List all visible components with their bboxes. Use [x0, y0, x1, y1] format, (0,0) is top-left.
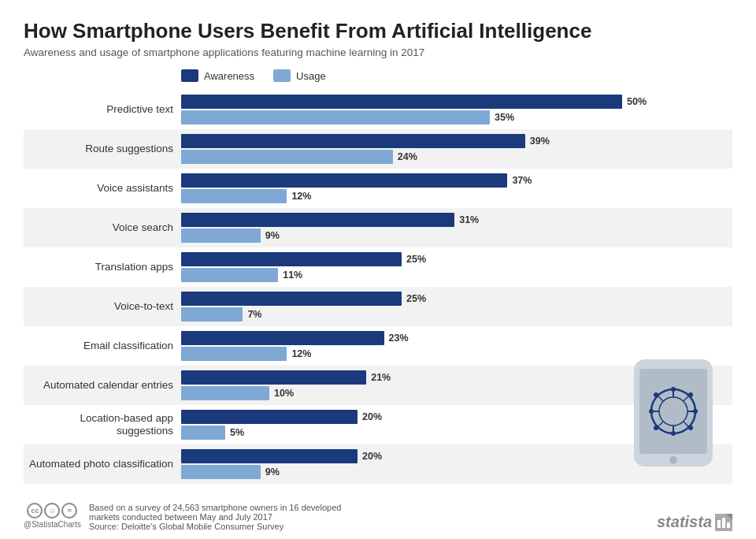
row-label: Predictive text	[24, 103, 181, 116]
row-label: Voice search	[24, 221, 181, 234]
awareness-value: 20%	[362, 411, 382, 422]
svg-point-18	[654, 426, 658, 430]
svg-point-15	[671, 431, 676, 436]
usage-bar-wrap: 9%	[181, 229, 732, 243]
svg-rect-24	[722, 518, 725, 528]
statista-icon	[715, 514, 732, 531]
awareness-value: 21%	[371, 372, 391, 383]
bar-row: Voice search31%9%	[24, 208, 732, 247]
svg-point-12	[649, 409, 654, 414]
chart-area: Predictive text50%35%Route suggestions39…	[24, 90, 732, 484]
awareness-bar-wrap: 25%	[181, 252, 732, 266]
usage-value: 5%	[230, 427, 244, 438]
bar-row: Automated calendar entries21%10%	[24, 366, 732, 405]
legend-usage-label: Usage	[296, 70, 326, 82]
footer-left: cc ☺ = @StatistaCharts Based on a survey…	[24, 503, 341, 531]
awareness-bar	[181, 370, 366, 385]
cc-icon: cc	[27, 503, 43, 519]
awareness-bar	[181, 449, 358, 463]
usage-value: 11%	[283, 270, 302, 281]
chart-title: How Smartphone Users Benefit From Artifi…	[24, 19, 732, 43]
row-label: Email classification	[24, 340, 181, 352]
svg-point-17	[688, 392, 693, 397]
bar-row: Voice-to-text25%7%	[24, 287, 732, 326]
bar-row: Automated photo classification20%9%	[24, 444, 732, 484]
svg-point-14	[671, 387, 676, 392]
usage-bar-wrap: 12%	[181, 189, 732, 203]
svg-rect-23	[717, 520, 721, 528]
awareness-bar	[181, 173, 507, 188]
usage-value: 24%	[398, 151, 417, 162]
svg-point-13	[693, 409, 698, 414]
bars-group: 37%12%	[181, 170, 732, 206]
bar-row: Voice assistants37%12%	[24, 169, 732, 208]
bars-group: 31%9%	[181, 210, 732, 246]
row-label: Translation apps	[24, 261, 181, 273]
awareness-value: 37%	[512, 175, 532, 186]
legend-usage: Usage	[273, 69, 326, 82]
chart-subtitle: Awareness and usage of smartphone applic…	[24, 46, 732, 58]
awareness-value: 50%	[627, 96, 647, 107]
person-icon: ☺	[44, 503, 60, 519]
row-label: Automated calendar entries	[24, 379, 181, 392]
usage-value: 12%	[291, 348, 311, 359]
svg-point-20	[669, 456, 677, 464]
usage-bar	[181, 110, 490, 125]
usage-value: 10%	[274, 388, 294, 399]
phone-graphic	[630, 358, 717, 468]
bar-row: Email classification23%12%	[24, 326, 732, 366]
row-label: Route suggestions	[24, 143, 181, 155]
awareness-bar-wrap: 39%	[181, 134, 732, 148]
usage-value: 9%	[265, 467, 280, 478]
usage-bar	[181, 465, 261, 479]
legend-awareness: Awareness	[181, 69, 254, 82]
row-label: Automated photo classification	[24, 458, 181, 470]
usage-bar	[181, 189, 287, 203]
usage-bar	[181, 268, 278, 282]
legend-awareness-box	[181, 69, 198, 82]
awareness-value: 39%	[530, 136, 550, 147]
bar-row: Route suggestions39%24%	[24, 129, 732, 169]
svg-point-16	[654, 392, 658, 397]
awareness-bar-wrap: 50%	[181, 95, 732, 109]
awareness-bar-wrap: 25%	[181, 292, 732, 306]
bars-group: 50%35%	[181, 91, 732, 128]
usage-bar-wrap: 7%	[181, 307, 732, 322]
awareness-bar	[181, 410, 358, 424]
statista-charts-label: @StatistaCharts	[24, 520, 81, 529]
svg-point-19	[688, 426, 693, 430]
usage-value: 12%	[291, 191, 311, 202]
awareness-value: 25%	[406, 293, 426, 304]
awareness-bar-wrap: 37%	[181, 173, 732, 188]
statista-label: statista	[657, 513, 712, 531]
bars-group: 39%24%	[181, 131, 732, 167]
legend-usage-box	[273, 69, 291, 82]
usage-bar	[181, 386, 269, 400]
awareness-bar	[181, 213, 454, 227]
equals-icon: =	[61, 503, 77, 519]
awareness-value: 31%	[459, 214, 479, 225]
legend-awareness-label: Awareness	[204, 70, 254, 82]
usage-bar-wrap: 24%	[181, 150, 732, 164]
usage-value: 7%	[247, 309, 261, 320]
row-label: Voice-to-text	[24, 300, 181, 313]
usage-bar-wrap: 11%	[181, 268, 732, 282]
row-label: Location-based app suggestions	[24, 412, 181, 437]
usage-bar	[181, 150, 393, 164]
usage-bar	[181, 229, 261, 243]
bar-row: Predictive text50%35%	[24, 90, 732, 129]
row-label: Voice assistants	[24, 182, 181, 195]
bars-group: 25%11%	[181, 249, 732, 285]
chart-footer: cc ☺ = @StatistaCharts Based on a survey…	[24, 503, 732, 531]
chart-container: How Smartphone Users Benefit From Artifi…	[0, 0, 756, 539]
awareness-bar	[181, 252, 402, 266]
bars-group: 25%7%	[181, 288, 732, 325]
usage-bar	[181, 426, 225, 440]
usage-value: 9%	[265, 230, 280, 241]
awareness-bar-wrap: 31%	[181, 213, 732, 227]
awareness-bar	[181, 292, 402, 306]
awareness-bar	[181, 95, 622, 109]
awareness-bar	[181, 331, 384, 345]
footer-source: Based on a survey of 24,563 smartphone o…	[89, 503, 341, 531]
cc-icons: cc ☺ = @StatistaCharts	[24, 503, 81, 529]
